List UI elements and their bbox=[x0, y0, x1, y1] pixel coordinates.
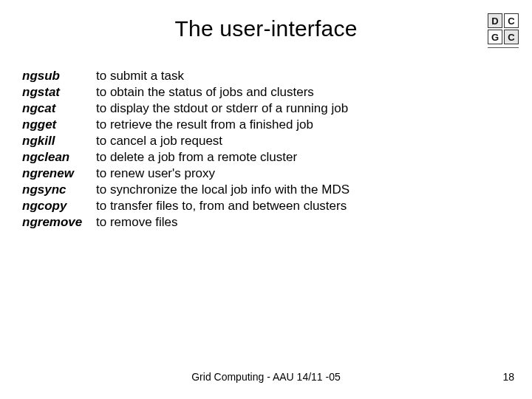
command-desc: to transfer files to, from and between c… bbox=[96, 198, 510, 214]
list-item: ngremove to remove files bbox=[22, 214, 510, 231]
logo: D C G C bbox=[488, 13, 519, 44]
command-name: ngkill bbox=[22, 133, 96, 149]
list-item: ngclean to delete a job from a remote cl… bbox=[22, 149, 510, 166]
command-list: ngsub to submit a task ngstat to obtain … bbox=[22, 68, 510, 231]
command-desc: to obtain the status of jobs and cluster… bbox=[96, 84, 510, 100]
command-desc: to remove files bbox=[96, 214, 510, 231]
command-desc: to renew user's proxy bbox=[96, 166, 510, 182]
list-item: ngget to retrieve the result from a fini… bbox=[22, 117, 510, 133]
list-item: ngrenew to renew user's proxy bbox=[22, 166, 510, 182]
list-item: ngcat to display the stdout or stderr of… bbox=[22, 100, 510, 117]
logo-underline bbox=[488, 47, 519, 48]
slide-title: The user-interface bbox=[0, 16, 532, 41]
command-desc: to synchronize the local job info with t… bbox=[96, 182, 510, 198]
command-name: ngclean bbox=[22, 149, 96, 166]
slide: The user-interface D C G C ngsub to subm… bbox=[0, 0, 532, 399]
command-name: ngrenew bbox=[22, 166, 96, 182]
logo-cell-c1: C bbox=[504, 13, 519, 28]
command-name: ngcopy bbox=[22, 198, 96, 214]
command-desc: to cancel a job request bbox=[96, 133, 510, 149]
logo-cell-g: G bbox=[488, 30, 502, 44]
command-name: ngget bbox=[22, 117, 96, 133]
footer-text: Grid Computing - AAU 14/11 -05 bbox=[0, 371, 532, 383]
list-item: ngcopy to transfer files to, from and be… bbox=[22, 198, 510, 214]
command-name: ngremove bbox=[22, 214, 96, 231]
command-desc: to retrieve the result from a finished j… bbox=[96, 117, 510, 133]
list-item: ngstat to obtain the status of jobs and … bbox=[22, 84, 510, 100]
command-name: ngsync bbox=[22, 182, 96, 198]
command-name: ngstat bbox=[22, 84, 96, 100]
list-item: ngkill to cancel a job request bbox=[22, 133, 510, 149]
page-number: 18 bbox=[502, 371, 514, 383]
logo-cell-d: D bbox=[488, 13, 502, 28]
logo-cell-c2: C bbox=[504, 30, 519, 44]
command-name: ngcat bbox=[22, 100, 96, 117]
command-desc: to display the stdout or stderr of a run… bbox=[96, 100, 510, 117]
command-desc: to delete a job from a remote cluster bbox=[96, 149, 510, 166]
command-desc: to submit a task bbox=[96, 68, 510, 84]
list-item: ngsync to synchronize the local job info… bbox=[22, 182, 510, 198]
command-name: ngsub bbox=[22, 68, 96, 84]
list-item: ngsub to submit a task bbox=[22, 68, 510, 84]
